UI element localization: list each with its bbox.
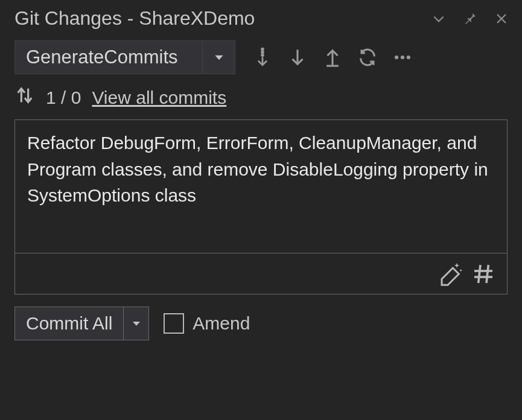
commit-all-label: Commit All: [15, 307, 123, 340]
branch-name: GenerateCommits: [15, 43, 202, 72]
svg-point-12: [407, 56, 410, 59]
titlebar-buttons: [430, 10, 510, 27]
fetch-icon[interactable]: [247, 42, 278, 72]
svg-line-16: [486, 265, 488, 283]
sync-status-row: 1 / 0 View all commits: [0, 79, 522, 119]
more-icon[interactable]: [387, 42, 418, 72]
commit-actions-row: Commit All Amend: [0, 294, 522, 352]
updown-arrows-icon: [14, 85, 35, 110]
git-changes-panel: Git Changes - ShareXDemo GenerateCommits: [0, 0, 522, 420]
sync-icon[interactable]: [352, 42, 383, 72]
hash-icon[interactable]: [471, 261, 496, 287]
close-icon[interactable]: [493, 10, 510, 27]
amend-option: Amend: [164, 313, 250, 334]
sync-counts: 1 / 0: [46, 88, 81, 108]
view-all-commits-link[interactable]: View all commits: [92, 88, 226, 108]
commit-dropdown-caret[interactable]: [123, 307, 148, 340]
titlebar: Git Changes - ShareXDemo: [0, 0, 522, 34]
svg-marker-19: [133, 322, 140, 326]
pin-icon[interactable]: [462, 10, 479, 27]
chevron-down-icon[interactable]: [430, 10, 447, 27]
commit-message-toolbar: [15, 253, 507, 294]
commit-message-box: Refactor DebugForm, ErrorForm, CleanupMa…: [14, 119, 508, 294]
amend-label: Amend: [193, 313, 250, 334]
svg-line-15: [479, 265, 480, 283]
toolbar: GenerateCommits: [0, 34, 522, 79]
push-icon[interactable]: [317, 42, 348, 72]
svg-marker-2: [215, 56, 223, 60]
svg-point-4: [262, 51, 264, 53]
svg-point-10: [395, 56, 398, 59]
ai-sparkle-pen-icon[interactable]: [438, 261, 463, 287]
amend-checkbox[interactable]: [164, 313, 184, 334]
toolbar-buttons: [247, 42, 418, 72]
svg-point-11: [401, 56, 404, 59]
svg-point-5: [262, 54, 264, 56]
panel-title: Git Changes - ShareXDemo: [14, 7, 422, 30]
svg-point-3: [262, 48, 264, 50]
branch-dropdown[interactable]: GenerateCommits: [14, 40, 235, 74]
pull-icon[interactable]: [282, 42, 313, 72]
commit-all-button[interactable]: Commit All: [14, 307, 149, 340]
commit-message-input[interactable]: Refactor DebugForm, ErrorForm, CleanupMa…: [15, 120, 507, 253]
branch-dropdown-caret[interactable]: [202, 41, 235, 74]
